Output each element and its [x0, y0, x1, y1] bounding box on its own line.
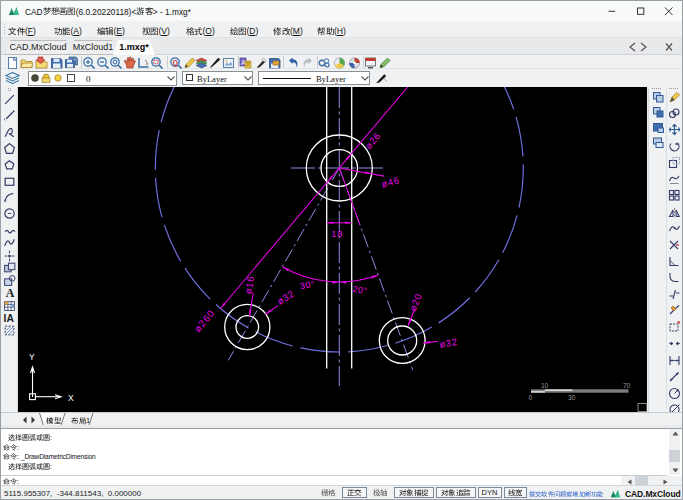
- svg-text:A: A: [6, 287, 15, 300]
- svg-text:18: 18: [331, 228, 343, 239]
- svg-text:Q: Q: [173, 58, 179, 66]
- svg-text:70: 70: [623, 382, 631, 389]
- svg-text:30: 30: [568, 394, 576, 401]
- svg-text:X: X: [68, 393, 74, 403]
- svg-text:0: 0: [529, 394, 533, 401]
- svg-text:Y: Y: [29, 352, 35, 362]
- svg-text:IA: IA: [4, 313, 15, 324]
- svg-text:10: 10: [541, 382, 549, 389]
